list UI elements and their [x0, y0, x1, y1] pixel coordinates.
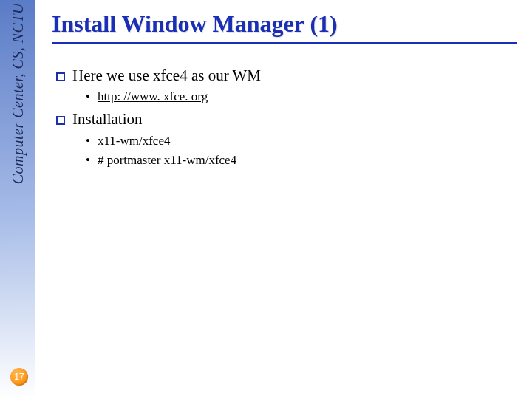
dot-bullet-icon: •: [86, 132, 90, 151]
page-number-badge: 17: [10, 368, 28, 386]
dot-bullet-icon: •: [86, 151, 90, 170]
dot-bullet-icon: •: [86, 88, 90, 106]
square-bullet-icon: [56, 72, 65, 81]
sidebar-org-label: Computer Center, CS, NCTU: [10, 3, 27, 184]
sub-bullet-item: •http: //www. xfce. org: [86, 88, 517, 106]
square-bullet-icon: [56, 116, 65, 125]
sub-bullet-text: x11-wm/xfce4: [98, 134, 171, 148]
xfce-link[interactable]: http: //www. xfce. org: [98, 89, 208, 103]
sub-bullet-text: # portmaster x11-wm/xfce4: [98, 153, 236, 167]
bullet-item: Installation: [56, 108, 517, 130]
bullet-item: Here we use xfce4 as our WM: [56, 64, 517, 86]
sidebar-gradient: Computer Center, CS, NCTU: [0, 0, 35, 399]
slide-title: Install Window Manager (1): [52, 10, 517, 38]
slide-content: Install Window Manager (1) Here we use x…: [52, 10, 517, 171]
sub-bullet-item: •# portmaster x11-wm/xfce4: [86, 151, 517, 170]
slide-body: Here we use xfce4 as our WM •http: //www…: [52, 64, 517, 170]
title-underline: [52, 42, 517, 44]
bullet-text: Installation: [72, 110, 142, 128]
sub-bullet-item: •x11-wm/xfce4: [86, 132, 517, 151]
bullet-text: Here we use xfce4 as our WM: [72, 66, 261, 84]
